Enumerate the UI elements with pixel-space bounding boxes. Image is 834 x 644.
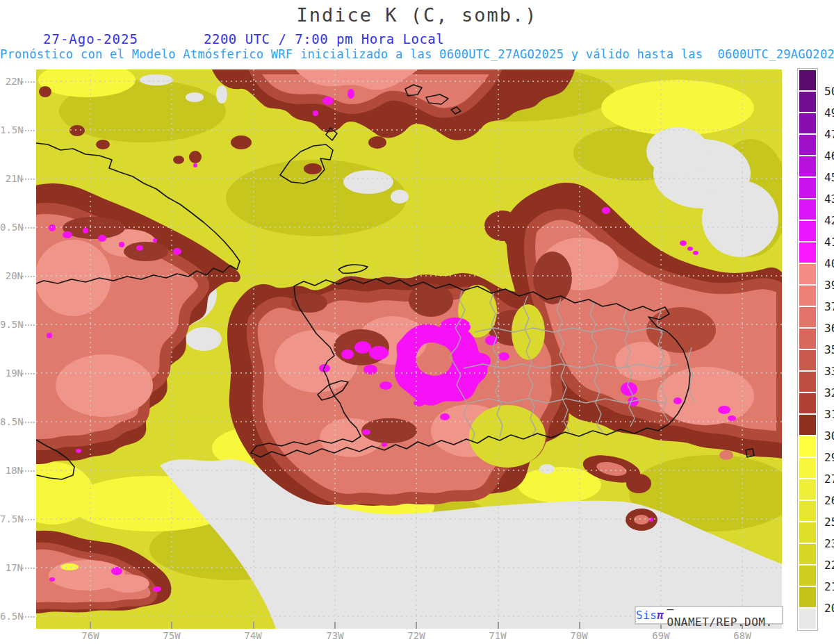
lat-tick [20,81,35,83]
lat-tick [20,130,35,131]
lat-tick [20,519,35,520]
lon-label: 76W [70,630,111,641]
time-label: 2200 UTC / 7:00 pm Hora Local [204,31,444,47]
colorbar-segment [799,135,816,155]
colorbar-segment [799,609,816,629]
colorbar-legend [797,68,818,631]
colorbar-segment [799,501,816,521]
colorbar-segment [799,436,816,456]
lon-label: 73W [314,630,356,641]
colorbar-segment [799,221,816,241]
colorbar-tick-label: 30 [824,429,834,443]
colorbar-tick-label: 25.2 [824,515,834,529]
colorbar-segment [799,458,816,478]
colorbar-segment [799,307,816,327]
lon-label: 70W [558,630,600,641]
colorbar-tick-label: 42.6 [824,214,834,227]
colorbar-segment [799,286,816,306]
colorbar-tick-label: 41.3 [824,236,834,249]
colorbar-segment [799,587,816,607]
colorbar-tick-label: 29.1 [824,451,834,464]
colorbar-tick-label: 31.3 [824,408,834,421]
colorbar-tick-label: 20 [824,602,834,615]
lat-tick [20,470,35,472]
colorbar-segment [799,522,816,543]
credit-box: Sisπ— ONAMET/REP.DOM. [635,606,783,625]
colorbar-tick-label: 43.9 [824,192,834,206]
lat-tick [20,276,35,277]
forecast-subtitle: Pronóstico con el Modelo Atmósferico WRF… [0,47,834,61]
colorbar-segment [799,70,816,90]
lat-tick [20,227,35,229]
colorbar-segment [799,479,816,499]
k-index-map [36,69,782,629]
lat-tick [20,179,35,180]
lon-label: 74W [232,630,274,641]
colorbar-tick-label: 23.9 [824,537,834,550]
colorbar-tick-label: 35.2 [824,343,834,356]
colorbar-segment [799,329,816,349]
weather-map-page: Indice K (C, somb.) 27-Ago-2025 2200 UTC… [0,0,834,644]
colorbar-segment [799,350,816,370]
lon-label: 71W [477,630,518,641]
credit-sis-label: Sis [636,609,657,622]
page-title: Indice K (C, somb.) [0,4,834,26]
lat-tick [20,616,35,618]
colorbar-segment [799,242,816,263]
lon-label: 72W [395,630,437,641]
colorbar-tick-label: 37.8 [824,300,834,313]
colorbar-tick-label: 21.3 [824,580,834,593]
colorbar-tick-label: 39.1 [824,279,834,292]
date-label: 27-Ago-2025 [43,31,138,47]
colorbar-tick-label: 40 [824,257,834,270]
colorbar-tick-label: 36.5 [824,322,834,335]
colorbar-tick-label: 27.8 [824,472,834,486]
lat-tick [20,422,35,423]
lat-tick [20,373,35,374]
pi-icon: π [657,609,664,622]
colorbar-segment [799,264,816,284]
colorbar-tick-label: 45.2 [824,171,834,184]
colorbar-segment [799,156,816,176]
colorbar-segment [799,92,816,112]
colorbar-segment [799,372,816,392]
colorbar-segment [799,393,816,413]
colorbar-segment [799,565,816,586]
colorbar-tick-label: 33.9 [824,365,834,378]
colorbar-tick-label: 32.6 [824,386,834,399]
lon-label: 69W [640,630,682,641]
colorbar-tick-label: 49.1 [824,106,834,119]
colorbar-tick-label: 50 [824,85,834,98]
lon-label: 68W [721,630,763,641]
colorbar-tick-label: 47.8 [824,128,834,141]
colorbar-segment [799,544,816,564]
colorbar-segment [799,178,816,198]
colorbar-tick-label: 26.5 [824,494,834,507]
lon-label: 75W [151,630,193,641]
lat-tick [20,324,35,326]
colorbar-segment [799,415,816,435]
colorbar-segment [799,199,816,220]
credit-org-label: — ONAMET/REP.DOM. [667,602,782,629]
colorbar-segment [799,113,816,133]
colorbar-tick-label: 46.5 [824,149,834,163]
lat-tick [20,568,35,569]
colorbar-tick-label: 22.6 [824,559,834,572]
